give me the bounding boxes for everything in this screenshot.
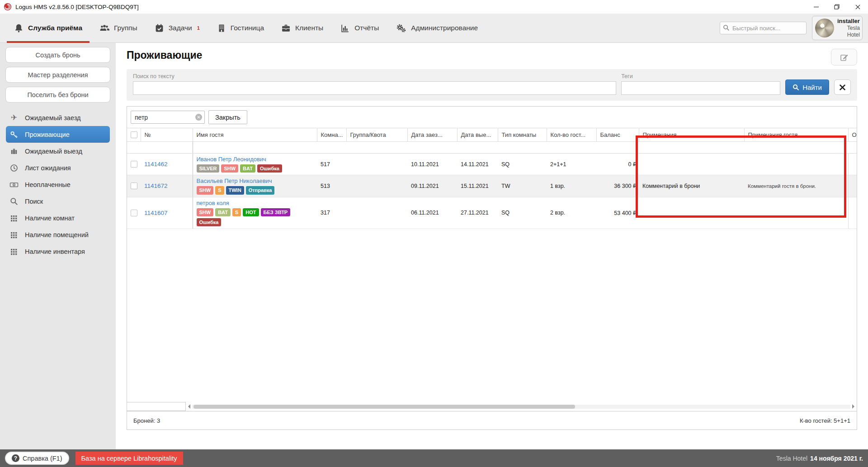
nav-tab-administration[interactable]: Администрирование: [387, 14, 486, 43]
user-hotel: Tesla Hotel: [837, 25, 860, 38]
edit-button[interactable]: [831, 49, 857, 65]
column-header-guest-name[interactable]: Имя гостя: [193, 128, 317, 142]
nav-tab-groups[interactable]: Группы: [91, 14, 146, 43]
nav-tab-reception[interactable]: Служба приёма: [5, 14, 91, 43]
room-type-cell: TW: [498, 175, 547, 197]
text-search-input[interactable]: [133, 81, 616, 95]
guests-cell: 2+1+1: [547, 154, 596, 175]
tag-badge: SHW: [221, 164, 238, 173]
nav-tab-clients[interactable]: Клиенты: [273, 14, 332, 43]
scrollbar-thumb[interactable]: [193, 405, 575, 409]
nav-tab-label: Отчёты: [354, 24, 379, 32]
reset-filters-button[interactable]: [834, 79, 851, 95]
user-card[interactable]: installer Tesla Hotel: [812, 16, 863, 40]
column-header-notes[interactable]: Примечания: [639, 128, 744, 142]
minimize-button[interactable]: [806, 0, 826, 14]
tag-badge: S: [215, 186, 224, 194]
sidebar-item-label: Ожидаемый заезд: [25, 114, 80, 121]
bell-icon: [14, 23, 24, 33]
row-checkbox[interactable]: [131, 182, 137, 189]
scrollbar-track[interactable]: [192, 405, 850, 409]
arrival-cell: 09.11.2021: [407, 175, 457, 197]
sidebar-item-expected-departure[interactable]: Ожидаемый выезд: [6, 143, 110, 159]
column-header-room-type[interactable]: Тип комнаты: [498, 128, 547, 142]
plane-icon: ✈: [8, 114, 20, 121]
guest-name-link[interactable]: Иванов Петр Леонидович: [197, 156, 314, 163]
column-header-room[interactable]: Комна...: [317, 128, 346, 142]
guest-name-link[interactable]: Васильев Петр Николаевич: [197, 177, 314, 184]
group-cell: [346, 175, 407, 197]
find-button[interactable]: Найти: [785, 79, 829, 95]
question-icon: ?: [12, 454, 19, 462]
quick-filter-bar: ✕ Закрыть: [127, 107, 857, 128]
tag-list: SHW S TWIN Отправка: [197, 186, 314, 194]
tag-badge: Отправка: [246, 186, 275, 194]
booking-id-link[interactable]: 1141462: [144, 161, 168, 168]
notes-cell: Комментарий в брони: [639, 175, 744, 197]
clear-filter-icon[interactable]: ✕: [195, 114, 202, 121]
table-row[interactable]: 1141607 петров коля SHW BAT S HOT БЕЗ ЗВ…: [127, 197, 857, 229]
column-header-departure-date[interactable]: Дата вые...: [457, 128, 498, 142]
column-header-balance[interactable]: Баланс: [596, 128, 639, 142]
table-row[interactable]: 1141672 Васильев Петр Николаевич SHW S T…: [127, 175, 857, 197]
quick-filter-input[interactable]: [131, 111, 205, 124]
column-header-arrival-date[interactable]: Дата заез...: [407, 128, 457, 142]
create-booking-button[interactable]: Создать бронь: [5, 47, 110, 63]
sidebar-item-expected-arrival[interactable]: ✈ Ожидаемый заезд: [6, 109, 110, 126]
find-button-label: Найти: [802, 84, 822, 91]
sidebar-item-search[interactable]: Поиск: [6, 193, 110, 210]
checkin-without-booking-button[interactable]: Поселить без брони: [5, 87, 110, 103]
row-checkbox[interactable]: [131, 210, 137, 216]
sidebar: Создать бронь Мастер разделения Поселить…: [0, 43, 116, 449]
tag-badge: БЕЗ ЗВТР: [261, 208, 291, 216]
column-header-group-quota[interactable]: Группа/Квота: [346, 128, 407, 142]
balance-cell: 36 300 ₽: [596, 175, 639, 197]
sidebar-item-label: Неоплаченные: [25, 181, 71, 188]
column-header-truncated[interactable]: Оп: [848, 128, 857, 142]
guest-name-link[interactable]: петров коля: [197, 200, 314, 206]
quick-search: [720, 22, 807, 34]
nav-tab-hotel[interactable]: Гостиница: [208, 14, 273, 43]
help-button[interactable]: ? Справка (F1): [5, 452, 69, 465]
tasks-count-badge: 1: [197, 25, 200, 31]
booking-id-link[interactable]: 1141607: [144, 210, 168, 216]
sidebar-item-unpaid[interactable]: Неоплаченные: [6, 176, 110, 193]
restore-button[interactable]: [826, 0, 847, 14]
close-window-button[interactable]: [847, 0, 868, 14]
sidebar-item-label: Наличие комнат: [25, 215, 75, 222]
tag-badge: SILVER: [197, 164, 220, 173]
database-server-badge[interactable]: База на сервере Librahospitality: [75, 452, 183, 465]
column-header-guest-count[interactable]: Кол-во гост...: [547, 128, 596, 142]
row-checkbox[interactable]: [131, 161, 137, 168]
select-all-checkbox[interactable]: [131, 131, 137, 138]
room-type-cell: SQ: [498, 154, 547, 175]
sidebar-item-label: Проживающие: [25, 131, 70, 138]
table-row[interactable]: 1141462 Иванов Петр Леонидович SILVER SH…: [127, 154, 857, 175]
sidebar-item-waiting-list[interactable]: Лист ожидания: [6, 159, 110, 176]
quick-search-input[interactable]: [720, 22, 807, 34]
nav-tab-reports[interactable]: Отчёты: [332, 14, 387, 43]
booking-id-link[interactable]: 1141672: [144, 182, 168, 189]
main-content: Проживающие Поиск по тексту Теги Найти: [116, 43, 868, 449]
sidebar-item-room-availability[interactable]: Наличие комнат: [6, 210, 110, 226]
split-wizard-button[interactable]: Мастер разделения: [5, 67, 110, 83]
scroll-right-arrow-icon[interactable]: [852, 404, 854, 409]
nav-tab-label: Клиенты: [295, 24, 323, 32]
sidebar-item-inventory-availability[interactable]: Наличие инвентаря: [6, 243, 110, 260]
column-header-number[interactable]: №: [141, 128, 193, 142]
scroll-left-arrow-icon[interactable]: [188, 404, 190, 409]
tag-badge: Ошибка: [257, 164, 282, 173]
grid-icon: [8, 231, 20, 239]
tags-input[interactable]: [621, 81, 780, 95]
sidebar-item-premises-availability[interactable]: Наличие помещений: [6, 226, 110, 243]
room-type-cell: SQ: [498, 197, 547, 229]
grid-icon: [8, 248, 20, 256]
nav-tab-tasks[interactable]: Задачи1: [146, 14, 208, 43]
close-filter-button[interactable]: Закрыть: [208, 110, 247, 124]
sidebar-item-in-house[interactable]: Проживающие: [6, 126, 110, 143]
guests-cell: 2 взр.: [547, 197, 596, 229]
column-header-guest-notes[interactable]: Примечания гостя: [744, 128, 848, 142]
sidebar-item-label: Лист ожидания: [25, 164, 71, 172]
notes-cell: [639, 197, 744, 229]
horizontal-scrollbar[interactable]: [186, 402, 857, 411]
